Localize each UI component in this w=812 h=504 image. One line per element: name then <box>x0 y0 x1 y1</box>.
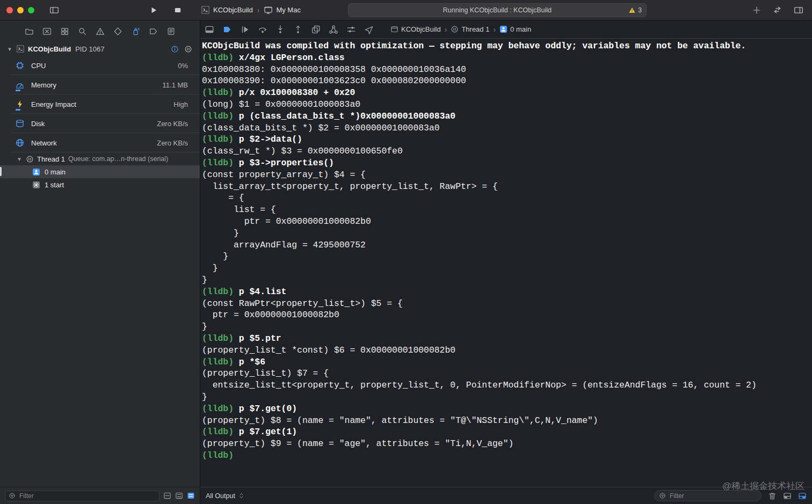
issue-navigator-icon[interactable] <box>96 27 105 36</box>
content: ▾ KCObjcBuild PID 1067 CPU 0% <box>0 20 812 504</box>
sidebar-filter-field[interactable] <box>5 491 160 501</box>
disclosure-triangle-icon[interactable]: ▾ <box>6 46 13 53</box>
gear-icon <box>32 181 40 189</box>
cpu-icon <box>15 61 25 70</box>
gauge-energy[interactable]: Energy Impact High <box>0 94 200 114</box>
sidebar-filter-input[interactable] <box>18 492 156 500</box>
console-line: (lldb) <box>202 450 812 462</box>
code-review-button[interactable] <box>773 5 782 14</box>
debug-area: KCObjcBuild › Thread 1 › 0 main KCObjcBu… <box>200 20 812 504</box>
console-line: (property_list_t *const) $6 = 0x00000001… <box>202 345 812 356</box>
selection-edge-indicator <box>0 167 2 176</box>
console-line: (lldb) x/4gx LGPerson.class <box>202 52 812 64</box>
source-control-navigator-icon[interactable] <box>42 27 52 36</box>
gauge-history-bar <box>16 109 20 111</box>
report-navigator-icon[interactable] <box>166 27 176 36</box>
stop-button[interactable] <box>174 6 182 14</box>
run-button[interactable] <box>149 6 158 14</box>
console-line: (lldb) p $4.list <box>202 286 812 298</box>
scheme-selector[interactable]: KCObjcBuild › My Mac <box>201 5 301 14</box>
pause-process-icon[interactable] <box>184 45 192 53</box>
step-into-button[interactable] <box>276 25 285 34</box>
chevron-right-icon: › <box>444 25 448 34</box>
xcode-window: KCObjcBuild › My Mac Running KCObjcBuild… <box>0 0 812 504</box>
console-filter-input[interactable] <box>669 492 757 500</box>
step-over-button[interactable] <box>258 25 267 34</box>
warning-count: 3 <box>638 6 642 14</box>
thread-row[interactable]: ▾ Thread 1 Queue: com.ap…n-thread (seria… <box>0 152 200 165</box>
thread-display-options-button[interactable] <box>175 492 183 500</box>
console-line: arrayAndFlag = 4295000752 <box>202 239 812 251</box>
console-line: (lldb) p $7.get(0) <box>202 403 812 415</box>
zoom-window-button[interactable] <box>28 7 34 13</box>
find-navigator-icon[interactable] <box>78 27 87 36</box>
show-frames-with-source-button[interactable] <box>163 492 171 500</box>
energy-icon <box>15 99 25 109</box>
console-line: (lldb) p (class_data_bits_t *)0x00000001… <box>202 111 812 122</box>
toggle-console-button[interactable] <box>798 492 807 500</box>
pause-icon <box>26 155 34 163</box>
activity-view[interactable]: Running KCObjcBuild : KCObjcBuild 3 <box>348 3 647 17</box>
gauge-history-bar <box>16 90 20 91</box>
stack-frame-start[interactable]: 1 start <box>0 178 200 191</box>
window-icon <box>390 25 398 33</box>
console-output[interactable]: KCObjcBuild was compiled with optimizati… <box>200 39 812 487</box>
toggle-navigator-button[interactable] <box>49 5 59 15</box>
toggle-inspector-button[interactable] <box>794 5 803 15</box>
frame-label: 0 main <box>45 168 66 176</box>
toolbar: KCObjcBuild › My Mac Running KCObjcBuild… <box>0 0 812 20</box>
debug-navigator-icon[interactable] <box>131 27 140 36</box>
minimize-window-button[interactable] <box>17 7 24 13</box>
hide-debug-area-button[interactable] <box>205 25 214 34</box>
breakpoint-navigator-icon[interactable] <box>149 27 158 36</box>
gauge-disk[interactable]: Disk Zero KB/s <box>0 114 200 133</box>
output-scope-selector[interactable]: All Output <box>206 492 245 500</box>
stack-frame-main[interactable]: 0 main <box>0 165 200 178</box>
gauge-network[interactable]: Network Zero KB/s <box>0 133 200 152</box>
process-row[interactable]: ▾ KCObjcBuild PID 1067 <box>0 42 200 56</box>
chevron-up-down-icon <box>238 492 245 499</box>
gauge-label: Network <box>31 139 57 147</box>
process-app-icon <box>16 45 25 53</box>
console-line: (long) $1 = 0x00000001000083a0 <box>202 99 812 111</box>
chevron-right-icon: › <box>492 25 497 34</box>
clear-console-button[interactable] <box>768 492 777 500</box>
sidebar-filter-bar <box>0 487 200 504</box>
console-line: } <box>202 251 812 262</box>
process-view-toggle-button[interactable] <box>187 492 195 500</box>
toggle-variables-view-button[interactable] <box>783 492 792 500</box>
debug-breadcrumb: KCObjcBuild › Thread 1 › 0 main <box>390 25 531 34</box>
step-out-button[interactable] <box>293 25 303 34</box>
thread-queue: Queue: com.ap…n-thread (serial) <box>68 155 168 163</box>
console-filter-field[interactable] <box>654 490 762 501</box>
test-navigator-icon[interactable] <box>113 27 122 36</box>
gauge-cpu[interactable]: CPU 0% <box>0 56 200 75</box>
breakpoints-toggle-button[interactable] <box>222 25 232 34</box>
breadcrumb-app[interactable]: KCObjcBuild <box>401 25 441 33</box>
destination-name: My Mac <box>276 6 301 14</box>
window-controls <box>6 7 34 13</box>
library-add-button[interactable] <box>752 6 761 14</box>
continue-button[interactable] <box>240 25 250 34</box>
close-window-button[interactable] <box>6 7 13 13</box>
console-line: } <box>202 321 812 333</box>
symbol-navigator-icon[interactable] <box>60 27 69 36</box>
memory-graph-button[interactable] <box>329 25 338 34</box>
project-navigator-icon[interactable] <box>25 27 34 36</box>
console-line: (lldb) p/x 0x100008380 + 0x20 <box>202 87 812 99</box>
debug-view-hierarchy-button[interactable] <box>311 25 321 34</box>
gauge-memory[interactable]: Memory 11.1 MB <box>0 75 200 94</box>
info-icon[interactable] <box>171 45 179 53</box>
person-icon <box>32 168 40 176</box>
console-line: list_array_tt<property_t, property_list_… <box>202 181 812 193</box>
breadcrumb-thread[interactable]: Thread 1 <box>461 25 489 33</box>
process-pid: PID 1067 <box>75 45 104 53</box>
disclosure-triangle-icon[interactable]: ▾ <box>16 156 23 163</box>
simulate-location-button[interactable] <box>364 25 374 34</box>
gauge-value: High <box>173 100 200 108</box>
scope-label: All Output <box>206 492 235 500</box>
issue-badge[interactable]: 3 <box>628 6 642 14</box>
breadcrumb-frame[interactable]: 0 main <box>510 25 531 33</box>
console-line: (const property_array_t) $4 = { <box>202 169 812 181</box>
environment-overrides-button[interactable] <box>346 25 356 34</box>
